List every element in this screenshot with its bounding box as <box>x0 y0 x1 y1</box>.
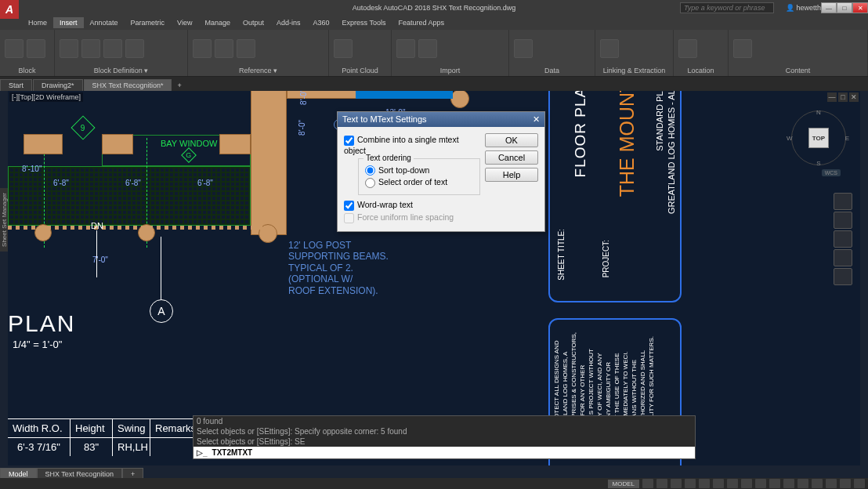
combine-checkbox[interactable]: Combine into a single mtext object <box>344 135 480 155</box>
status-annoscale-icon[interactable] <box>769 479 780 488</box>
user-name[interactable]: 👤 hewetth <box>786 4 821 12</box>
status-workspace-icon[interactable] <box>783 479 794 488</box>
dn-label: DN <box>91 221 103 230</box>
doc-tab-start[interactable]: Start <box>0 79 32 91</box>
panel-label: Import <box>395 65 505 74</box>
panel-label: Block Definition ▾ <box>58 65 184 74</box>
status-isolate-icon[interactable] <box>812 479 823 488</box>
dim-brace: 8'-0" <box>299 91 308 105</box>
status-hardware-icon[interactable] <box>826 479 837 488</box>
status-customize-icon[interactable] <box>854 479 865 488</box>
title-bar: A Autodesk AutoCAD 2018 SHX Text Recogni… <box>0 0 868 16</box>
panel-label: Linking & Extraction <box>599 65 670 74</box>
doc-tab-drawing2[interactable]: Drawing2* <box>33 79 83 91</box>
standard-plan: STANDARD PLAN #3 <box>655 91 664 151</box>
close-button[interactable]: ✕ <box>852 2 868 13</box>
wordwrap-checkbox[interactable]: Word-wrap text <box>344 200 480 211</box>
plan-scale: 1/4" = 1'-0" <box>13 339 62 350</box>
tab-a360[interactable]: A360 <box>307 17 336 28</box>
text-ordering-group: Text ordering Sort top-down Select order… <box>358 158 480 195</box>
panel-label: Block <box>3 65 51 74</box>
ribbon-tabs: Home Insert Annotate Parametric View Man… <box>0 16 868 30</box>
tab-insert[interactable]: Insert <box>53 17 84 28</box>
dim-vleft: 8'-0" <box>298 120 306 136</box>
maximize-button[interactable]: □ <box>837 2 852 13</box>
ok-button[interactable]: OK <box>485 133 538 147</box>
plan-title: PLAN <box>8 310 75 337</box>
sort-topdown-radio[interactable]: Sort top-down <box>365 165 473 176</box>
cell-swing: RH,LH <box>113 438 150 456</box>
user-label: hewetth <box>796 4 821 12</box>
status-bar: MODEL <box>0 478 868 489</box>
status-osnap-icon[interactable] <box>699 479 710 488</box>
tab-addins[interactable]: Add-ins <box>270 17 307 28</box>
panel-label: Point Cloud <box>332 65 388 74</box>
dim-s1: 6'-8" <box>53 179 69 187</box>
project-name: THE MOUNTV <box>616 91 638 197</box>
panel-label: Reference ▾ <box>191 65 325 74</box>
window-controls: — □ ✕ <box>821 2 868 13</box>
tab-express[interactable]: Express Tools <box>336 17 392 28</box>
floor-plan-label: FLOOR PLAN <box>572 91 589 177</box>
panel-content: Content <box>729 30 868 76</box>
tab-annotate[interactable]: Annotate <box>84 17 125 28</box>
panel-label: Content <box>732 65 864 74</box>
command-line[interactable]: 0 found Select objects or [SEttings]: Sp… <box>193 415 696 459</box>
project-label: PROJECT: <box>602 240 610 277</box>
tab-home[interactable]: Home <box>22 17 53 28</box>
status-clean-icon[interactable] <box>840 479 851 488</box>
panel-label: Data <box>512 65 591 74</box>
select-order-radio[interactable]: Select order of text <box>365 177 473 188</box>
section-bubble-a: A <box>150 299 173 323</box>
panel-reference: Reference ▾ <box>188 30 329 76</box>
panel-block: Block <box>0 30 55 76</box>
col-height: Height <box>71 419 113 438</box>
status-transparency-icon[interactable] <box>741 479 752 488</box>
cancel-button[interactable]: Cancel <box>485 150 538 165</box>
cmd-history: 0 found <box>193 416 695 426</box>
panel-import: Import <box>392 30 509 76</box>
dialog-titlebar[interactable]: Text to MText Settings ✕ <box>338 112 544 127</box>
dialog-close-icon[interactable]: ✕ <box>533 114 540 125</box>
dim-s2: 6'-8" <box>125 179 141 187</box>
status-snap-icon[interactable] <box>656 479 667 488</box>
status-model[interactable]: MODEL <box>608 480 639 488</box>
dim-below: 7'-0" <box>92 255 108 264</box>
cmd-history: Select objects or [SEttings]: SE <box>193 436 695 447</box>
status-cycling-icon[interactable] <box>755 479 766 488</box>
tab-parametric[interactable]: Parametric <box>125 17 172 28</box>
help-button[interactable]: Help <box>485 168 538 182</box>
document-tabs: Start Drawing2* SHX Text Recognition* + <box>0 77 868 91</box>
status-otrack-icon[interactable] <box>713 479 724 488</box>
panel-location: Location <box>674 30 729 76</box>
panel-pointcloud: Point Cloud <box>329 30 392 76</box>
panel-label: Location <box>677 65 725 74</box>
grid-bubble-9: 9 <box>71 115 95 139</box>
col-width: Width R.O. <box>8 419 71 438</box>
tab-manage[interactable]: Manage <box>198 17 237 28</box>
minimize-button[interactable]: — <box>821 2 837 13</box>
status-grid-icon[interactable] <box>642 479 653 488</box>
schedule-table: Width R.O. Height Swing Remarks 6'-3 7/1… <box>8 418 199 456</box>
tab-output[interactable]: Output <box>237 17 270 28</box>
cell-remarks <box>150 438 199 456</box>
search-input[interactable] <box>680 2 774 13</box>
doc-tab-shx[interactable]: SHX Text Recognition* <box>84 79 172 91</box>
tab-featured[interactable]: Featured Apps <box>392 17 450 28</box>
panel-data: Data <box>509 30 595 76</box>
sheet-title-label: SHEET TITLE: <box>557 229 566 281</box>
command-input[interactable]: ▷_TXT2MTXT <box>193 447 695 458</box>
status-monitor-icon[interactable] <box>797 479 808 488</box>
status-lwt-icon[interactable] <box>727 479 738 488</box>
uniform-spacing-checkbox: Force uniform line spacing <box>344 212 480 223</box>
tab-view[interactable]: View <box>171 17 198 28</box>
dim-s3: 6'-8" <box>197 179 213 187</box>
status-polar-icon[interactable] <box>685 479 696 488</box>
col-swing: Swing <box>113 419 150 438</box>
doc-tab-add[interactable]: + <box>172 80 186 91</box>
cell-width: 6'-3 7/16" <box>8 438 71 456</box>
app-logo[interactable]: A <box>0 0 19 19</box>
dialog-title: Text to MText Settings <box>342 114 427 125</box>
status-ortho-icon[interactable] <box>671 479 682 488</box>
dim-left: 8'-10" <box>22 165 42 173</box>
